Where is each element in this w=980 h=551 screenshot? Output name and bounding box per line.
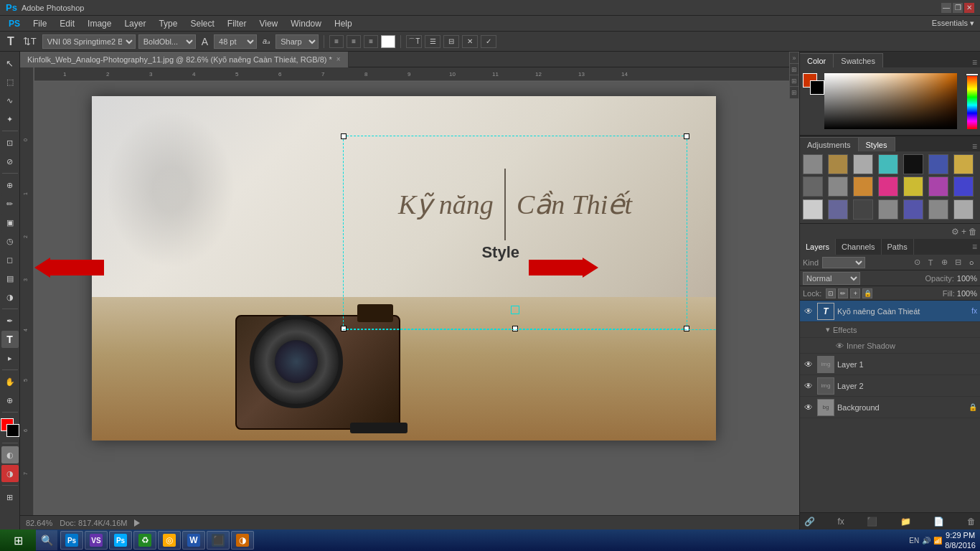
layer-effects-group[interactable]: ▾ Effects (800, 322, 980, 338)
tab-adjustments[interactable]: Adjustments (800, 137, 859, 151)
lock-position-button[interactable]: + (850, 288, 860, 298)
hue-slider-bar[interactable] (967, 73, 977, 129)
collapse-btn2[interactable]: ⊞ (790, 64, 798, 75)
layer-inner-shadow[interactable]: 👁 Inner Shadow (800, 338, 980, 354)
font-family-select[interactable]: VNI 08 Springtime2 Bo... (42, 34, 136, 49)
gradient-tool[interactable]: ▤ (1, 270, 19, 287)
canvas-area[interactable]: 1 2 3 4 5 6 7 8 9 10 11 12 13 14 (20, 67, 799, 515)
background-color[interactable] (6, 424, 19, 437)
warp-text-button[interactable]: ⌒T (406, 35, 422, 48)
style-swatch[interactable] (803, 176, 823, 197)
layer-filter-icon3[interactable]: ⊕ (938, 257, 950, 268)
layer-filter-toggle[interactable]: ○ (966, 257, 977, 268)
tab-color[interactable]: Color (800, 53, 834, 67)
eraser-tool[interactable]: ◻ (1, 251, 19, 268)
essentials-dropdown[interactable]: Essentials ▾ (929, 17, 977, 29)
menu-file[interactable]: File (27, 17, 52, 30)
menu-image[interactable]: Image (82, 17, 117, 30)
collapse-btn4[interactable]: ⊞ (790, 87, 798, 98)
layer-background[interactable]: 👁 bg Background 🔒 (800, 397, 980, 418)
layer-filter-icon4[interactable]: ⊟ (952, 257, 963, 268)
taskbar-word[interactable]: W (182, 531, 205, 550)
layer-fx-badge[interactable]: fx (971, 307, 977, 315)
tab-styles[interactable]: Styles (859, 137, 895, 151)
blend-mode-select[interactable]: Normal (803, 272, 860, 285)
menu-view[interactable]: View (253, 17, 283, 30)
style-swatch[interactable] (903, 199, 923, 220)
quick-mask-button2[interactable]: ◑ (1, 465, 19, 482)
brush-tool[interactable]: ✏ (1, 195, 19, 212)
style-swatch[interactable] (953, 176, 974, 197)
style-swatch[interactable] (853, 176, 873, 197)
new-group-icon[interactable]: 📁 (900, 517, 911, 527)
close-button[interactable]: ✕ (964, 3, 974, 13)
style-swatch[interactable] (903, 154, 923, 174)
inner-shadow-eye[interactable]: 👁 (836, 342, 844, 350)
style-swatch[interactable] (853, 154, 873, 174)
menu-type[interactable]: Type (153, 17, 183, 30)
cancel-button[interactable]: ✕ (462, 35, 478, 48)
history-brush-tool[interactable]: ◷ (1, 232, 19, 250)
style-swatch[interactable] (928, 199, 948, 220)
style-swatch[interactable] (828, 154, 848, 174)
path-select-tool[interactable]: ▸ (1, 349, 19, 367)
bg-color-swatch[interactable] (810, 80, 824, 95)
heal-brush-tool[interactable]: ⊕ (1, 176, 19, 194)
style-swatch[interactable] (828, 176, 848, 197)
align-right-button[interactable]: ≡ (364, 35, 378, 48)
lock-all-button[interactable]: 🔒 (862, 288, 872, 298)
layer-1[interactable]: 👁 img Layer 1 (800, 354, 980, 375)
style-swatch[interactable] (803, 154, 823, 174)
style-swatch[interactable] (953, 199, 974, 220)
restore-button[interactable]: ❐ (953, 3, 963, 13)
layer-2[interactable]: 👁 img Layer 2 (800, 375, 980, 397)
delete-layer-icon[interactable]: 🗑 (967, 517, 976, 527)
style-swatch[interactable] (878, 176, 898, 197)
style-swatch[interactable] (803, 199, 823, 220)
layer-filter-icon2[interactable]: T (925, 257, 936, 268)
magic-wand-tool[interactable]: ✦ (1, 110, 19, 128)
layer2-visibility-eye[interactable]: 👁 (803, 380, 814, 392)
style-swatch[interactable] (953, 154, 974, 174)
taskbar-chrome[interactable]: ◎ (158, 531, 181, 550)
start-button[interactable]: ⊞ (0, 529, 36, 551)
styles-panel-menu[interactable]: ≡ (969, 141, 980, 151)
style-swatch[interactable] (878, 199, 898, 220)
taskbar-ps2[interactable]: Ps (109, 531, 132, 550)
hand-tool[interactable]: ✋ (1, 373, 19, 390)
menu-window[interactable]: Window (285, 17, 327, 30)
kind-select[interactable] (822, 257, 865, 268)
commit-button[interactable]: ✓ (481, 35, 496, 48)
dodge-tool[interactable]: ◑ (1, 288, 19, 306)
layer1-visibility-eye[interactable]: 👁 (803, 359, 814, 370)
style-new-icon[interactable]: + (961, 227, 966, 237)
rect-select-tool[interactable]: ⬚ (1, 73, 19, 90)
clone-stamp-tool[interactable]: ▣ (1, 214, 19, 231)
lasso-tool[interactable]: ∿ (1, 92, 19, 109)
layer-filter-icon1[interactable]: ⊙ (911, 257, 923, 268)
pen-tool[interactable]: ✒ (1, 312, 19, 329)
minimize-button[interactable]: — (941, 3, 951, 13)
lock-paint-button[interactable]: ✏ (838, 288, 848, 298)
taskbar-photos[interactable]: ⬛ (207, 531, 230, 550)
move-tool[interactable]: ↖ (1, 55, 19, 72)
tab-channels[interactable]: Channels (836, 239, 881, 255)
style-swatch[interactable] (903, 176, 923, 197)
font-size-select[interactable]: 48 pt (214, 34, 257, 49)
search-taskbar-button[interactable]: 🔍 (36, 530, 57, 550)
toggle-3d-button[interactable]: ⊟ (443, 35, 459, 48)
taskbar-photoshop[interactable]: Ps (60, 531, 83, 550)
taskbar-visualstudio[interactable]: VS (85, 531, 108, 550)
layer-text[interactable]: 👁 T Kyõ naêng Caàn Thieát fx (800, 301, 980, 322)
menu-ps[interactable]: PS (3, 17, 26, 30)
style-delete-icon[interactable]: 🗑 (969, 227, 977, 237)
taskbar-recycle[interactable]: ♻ (133, 531, 156, 550)
menu-edit[interactable]: Edit (54, 17, 80, 30)
add-mask-icon[interactable]: ⬛ (867, 517, 877, 527)
menu-select[interactable]: Select (184, 17, 220, 30)
style-swatch[interactable] (928, 176, 948, 197)
collapse-btn1[interactable]: » (790, 52, 798, 64)
style-swatch[interactable] (878, 154, 898, 174)
quick-mask-button[interactable]: ◐ (1, 446, 19, 463)
character-panel-button[interactable]: ☰ (425, 35, 440, 48)
